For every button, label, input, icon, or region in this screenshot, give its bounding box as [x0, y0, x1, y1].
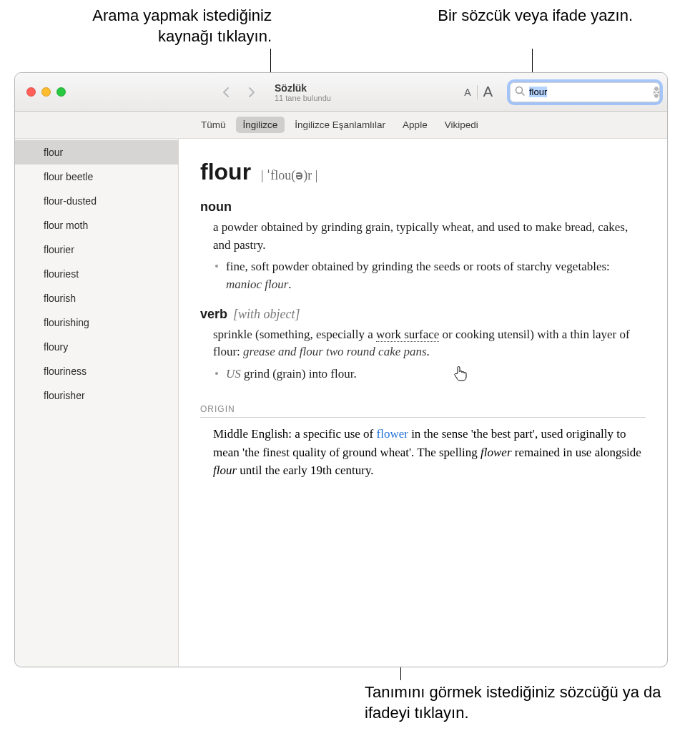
pronunciation: | ˈflou(ə)r | — [261, 167, 317, 183]
italic-text: flower — [480, 446, 511, 459]
callout-search: Bir sözcük veya ifade yazın. — [433, 6, 633, 26]
sidebar-item[interactable]: flour — [15, 140, 178, 165]
text: Middle English: a specific use of — [213, 427, 377, 441]
text: . — [288, 278, 291, 291]
lookup-link[interactable]: work surface — [376, 328, 439, 342]
sidebar-item[interactable]: flourish — [15, 286, 178, 310]
noun-sense: a powder obtained by grinding grain, typ… — [213, 219, 646, 254]
source-tab-all[interactable]: Tümü — [194, 117, 233, 133]
zoom-window-button[interactable] — [56, 87, 66, 97]
font-size-control: A A — [460, 82, 497, 102]
part-of-speech-verb: verb[with object] — [200, 307, 646, 322]
increase-font-button[interactable]: A — [479, 82, 497, 102]
verb-subsense: US grind (grain) into flour. — [226, 365, 646, 383]
results-sidebar: flour flour beetle flour-dusted flour mo… — [15, 139, 179, 667]
source-tab-thesaurus[interactable]: İngilizce Eşanlamlılar — [287, 117, 393, 133]
title-block: Sözlük 11 tane bulundu — [275, 82, 331, 102]
sidebar-item[interactable]: flouriest — [15, 262, 178, 286]
example-text: manioc flour — [226, 278, 288, 291]
back-button[interactable] — [216, 82, 236, 102]
close-window-button[interactable] — [26, 87, 36, 97]
text: until the early 19th century. — [237, 463, 374, 477]
sidebar-item[interactable]: flourier — [15, 237, 178, 262]
sidebar-item[interactable]: flouriness — [15, 359, 178, 383]
minimize-window-button[interactable] — [41, 87, 51, 97]
callout-source: Arama yapmak istediğiniz kaynağı tıklayı… — [57, 6, 272, 46]
window-controls — [26, 87, 66, 97]
divider — [200, 417, 646, 418]
cross-reference-link[interactable]: flower — [377, 427, 408, 441]
decrease-font-button[interactable]: A — [460, 85, 475, 99]
callout-line — [532, 49, 533, 74]
result-count: 11 tane bulundu — [275, 94, 331, 102]
svg-line-1 — [522, 93, 525, 96]
dictionary-window: Sözlük 11 tane bulundu A A Tümü İngilizc… — [14, 72, 668, 667]
part-of-speech-noun: noun — [200, 200, 646, 215]
text: fine, soft powder obtained by grinding t… — [226, 260, 610, 273]
origin-heading: ORIGIN — [200, 404, 646, 414]
sidebar-item[interactable]: flourisher — [15, 383, 178, 408]
sidebar-item[interactable]: flour-dusted — [15, 189, 178, 213]
forward-button[interactable] — [242, 82, 262, 102]
source-tab-wikipedia[interactable]: Vikipedi — [438, 117, 485, 133]
example-text: grease and flour two round cake pans — [243, 345, 427, 358]
search-icon — [515, 86, 525, 98]
clear-search-button[interactable] — [654, 87, 659, 98]
verb-sense: sprinkle (something, especially a work s… — [213, 326, 646, 361]
source-tab-english[interactable]: İngilizce — [236, 117, 285, 133]
search-input[interactable] — [529, 87, 649, 97]
text: grind (grain) into flour. — [241, 367, 357, 381]
titlebar: Sözlük 11 tane bulundu A A — [15, 73, 667, 112]
sidebar-item[interactable]: flour beetle — [15, 165, 178, 189]
pos-label: verb — [200, 307, 227, 321]
divider — [477, 85, 478, 99]
headword: flour — [200, 159, 251, 185]
noun-subsense: fine, soft powder obtained by grinding t… — [226, 258, 646, 293]
source-tabs: Tümü İngilizce İngilizce Eşanlamlılar Ap… — [15, 112, 667, 139]
search-field[interactable] — [510, 82, 660, 102]
sidebar-item[interactable]: flour moth — [15, 213, 178, 237]
text: . — [427, 345, 430, 358]
origin-text: Middle English: a specific use of flower… — [213, 425, 646, 480]
grammar-note: [with object] — [233, 307, 300, 321]
callout-definition: Tanımını görmek istediğiniz sözcüğü ya d… — [365, 682, 694, 723]
definition-pane: flour | ˈflou(ə)r | noun a powder obtain… — [179, 139, 667, 667]
text: remained in use alongside — [512, 446, 641, 459]
text: sprinkle (something, especially a — [213, 328, 376, 341]
window-title: Sözlük — [275, 82, 331, 94]
region-label: US — [226, 367, 241, 381]
sidebar-item[interactable]: flourishing — [15, 310, 178, 335]
italic-text: flour — [213, 463, 237, 477]
sidebar-item[interactable]: floury — [15, 335, 178, 359]
source-tab-apple[interactable]: Apple — [395, 117, 435, 133]
